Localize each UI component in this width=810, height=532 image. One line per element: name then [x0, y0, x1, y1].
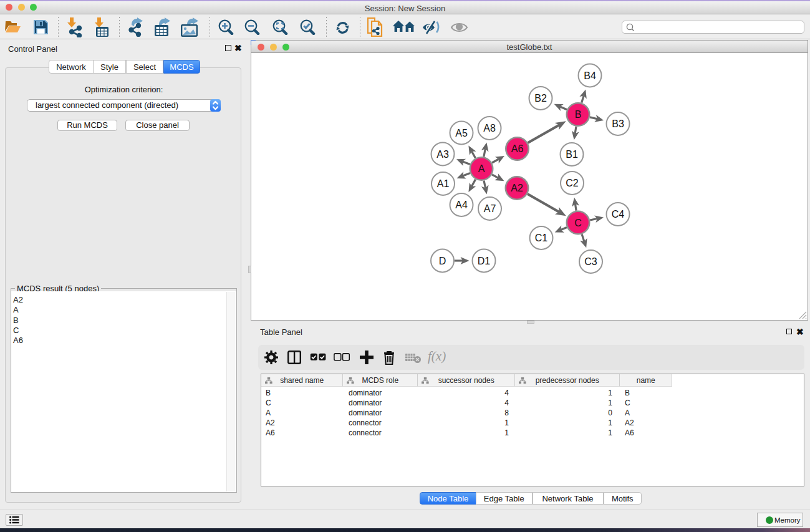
svg-text:C1: C1 — [535, 233, 548, 243]
svg-text:B: B — [575, 109, 582, 120]
svg-text:B4: B4 — [584, 70, 596, 81]
svg-text:A3: A3 — [436, 149, 449, 160]
svg-text:C3: C3 — [584, 256, 597, 267]
svg-text:A5: A5 — [455, 128, 468, 138]
svg-text:D1: D1 — [478, 256, 491, 266]
svg-text:A7: A7 — [484, 203, 496, 214]
svg-text:B2: B2 — [534, 93, 547, 104]
svg-text:A4: A4 — [455, 200, 468, 210]
svg-text:A2: A2 — [511, 183, 523, 193]
svg-text:A: A — [478, 163, 485, 174]
svg-text:B3: B3 — [612, 118, 624, 129]
svg-text:A6: A6 — [511, 143, 524, 154]
svg-text:C2: C2 — [566, 178, 579, 188]
svg-text:A8: A8 — [483, 123, 496, 133]
svg-text:B1: B1 — [566, 149, 578, 160]
svg-text:D: D — [439, 256, 446, 266]
svg-text:A1: A1 — [437, 178, 450, 189]
svg-text:C4: C4 — [612, 209, 625, 220]
svg-text:C: C — [574, 218, 582, 228]
